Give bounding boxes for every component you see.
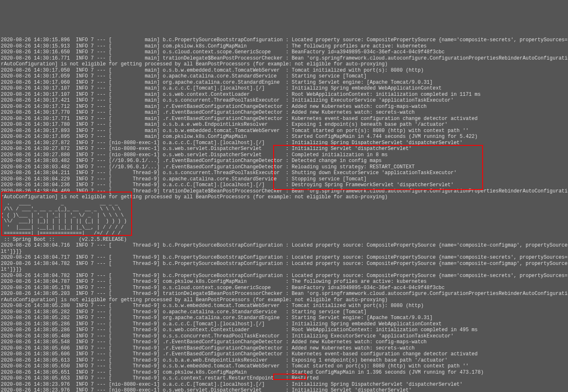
log-line: ( ( )\___ | '_ | '_| | '_ \/ _` | \ \ \ … [1,212,568,219]
log-line: 2020-08-26 14:38:05.282 INFO 7 --- [ Thr… [1,309,568,315]
log-line: 2020-08-26 14:38:05.408 INFO 7 --- [ Thr… [1,333,568,340]
log-line: 2020-08-26 14:30:17.060 INFO 7 --- [ mai… [1,80,568,86]
log-line: 2020-08-26 14:38:03.482 INFO 7 --- [//10… [1,164,568,170]
log-lines: 2020-08-26 14:30:15.896 INFO 7 --- [ mai… [1,37,567,392]
log-line: 2020-08-26 14:38:04.229 INFO 7 --- [ Thr… [1,176,568,182]
log-line: 2020-08-26 14:30:17.107 INFO 7 --- [ mai… [1,92,568,98]
log-line: 2020-08-26 14:38:05.653 INFO 7 --- [ Thr… [1,375,568,382]
log-line: 2020-08-26 14:38:04.469 INFO 7 --- [ Thr… [1,188,568,195]
log-line: /\\ / ___'_ __ _ _(_)_ __ __ _ \ \ \ \ [1,206,568,212]
log-line: \\/ ___)| |_)| | | | | || (_| | ) ) ) ) [1,218,568,225]
log-line: 2020-08-26 14:38:04.787 INFO 7 --- [ Thr… [1,279,568,285]
log-line: 2020-08-26 14:38:05.280 INFO 7 --- [ Thr… [1,303,568,309]
log-line: =========|_|==============|___/=/_/_/_/ [1,230,568,237]
log-line: lt']}]} [1,267,568,273]
log-line: 2020-08-26 14:30:17.770 INFO 7 --- [ mai… [1,110,568,116]
log-line: 2020-08-26 14:30:27.872 INFO 7 --- [nio-… [1,146,568,152]
log-line: 2020-08-26 14:30:17.895 INFO 7 --- [ mai… [1,134,568,140]
log-line: 2020-08-26 14:30:15.913 INFO 7 --- [ mai… [1,43,568,50]
log-line: 2020-08-26 14:38:03.482 INFO 7 --- [//10… [1,158,568,164]
log-line: 2020-08-26 14:30:17.712 INFO 7 --- [ mai… [1,104,568,110]
log-line: :: Spring Boot :: (v2.2.5.RELEASE) [1,237,568,243]
log-line: 2020-08-26 14:38:05.286 INFO 7 --- [ Thr… [1,321,568,327]
log-line: rAutoConfiguration] is not eligible for … [1,61,568,67]
log-line: 2020-08-26 14:38:05.203 INFO 7 --- [ Thr… [1,291,568,297]
log-line: rAutoConfiguration] is not eligible for … [1,194,568,200]
log-line: 2020-08-26 14:38:23.976 INFO 7 --- [nio-… [1,382,568,388]
log-line: 2020-08-26 14:38:05.650 INFO 7 --- [ Thr… [1,363,568,370]
log-line: 2020-08-26 14:30:17.893 INFO 7 --- [ mai… [1,128,568,134]
log-line: 2020-08-26 14:38:04.717 INFO 7 --- [ Thr… [1,255,568,261]
log-line: 2020-08-26 14:38:05.548 INFO 7 --- [ Thr… [1,339,568,345]
log-line: 2020-08-26 14:30:17.050 INFO 7 --- [ mai… [1,67,568,74]
log-line: 2020-08-26 14:38:05.282 INFO 7 --- [ Thr… [1,315,568,321]
log-line: 2020-08-26 14:30:17.421 INFO 7 --- [ mai… [1,97,568,104]
log-line: 2020-08-26 14:38:05.606 INFO 7 --- [ Thr… [1,351,568,357]
log-line: rAutoConfiguration] is not eligible for … [1,297,568,303]
log-line: 2020-08-26 14:30:17.780 INFO 7 --- [ mai… [1,122,568,128]
log-line: 2020-08-26 14:30:17.107 INFO 7 --- [ mai… [1,85,568,92]
log-output: 2020-08-26 14:30:15.896 INFO 7 --- [ mai… [0,24,568,392]
log-line: 2020-08-26 14:38:04.236 INFO 7 --- [ Thr… [1,182,568,188]
log-line: 2020-08-26 14:30:27.880 INFO 7 --- [nio-… [1,152,568,158]
log-line: 2020-08-26 14:38:04.782 INFO 7 --- [ Thr… [1,261,568,267]
log-line: 2020-08-26 14:30:17.771 INFO 7 --- [ mai… [1,116,568,122]
log-line: 2020-08-26 14:38:04.716 INFO 7 --- [ Thr… [1,242,568,249]
log-line: 2020-08-26 14:30:17.059 INFO 7 --- [ mai… [1,73,568,80]
log-line: lt']}]} [1,249,568,255]
log-line: 2020-08-26 14:38:05.613 INFO 7 --- [ Thr… [1,357,568,364]
log-line: . ____ _ __ _ _ [1,200,568,207]
log-line: ' |____| .__|_| |_|_| |_\__, | / / / / [1,225,568,231]
log-line: 2020-08-26 14:30:15.896 INFO 7 --- [ mai… [1,37,568,43]
log-line: 2020-08-26 14:38:05.651 INFO 7 --- [ Thr… [1,370,568,376]
log-line: 2020-08-26 14:38:05.606 INFO 7 --- [ Thr… [1,345,568,352]
log-line: 2020-08-26 14:38:23.976 INFO 7 --- [nio-… [1,387,568,392]
log-line: 2020-08-26 14:30:16.650 INFO 7 --- [ mai… [1,49,568,55]
log-line: 2020-08-26 14:30:16.771 INFO 7 --- [ mai… [1,55,568,62]
log-line: 2020-08-26 14:38:04.782 INFO 7 --- [ Thr… [1,273,568,279]
log-line: 2020-08-26 14:38:05.178 INFO 7 --- [ Thr… [1,285,568,291]
log-line: 2020-08-26 14:38:04.211 INFO 7 --- [ Thr… [1,170,568,176]
log-line: 2020-08-26 14:38:05.286 INFO 7 --- [ Thr… [1,327,568,333]
log-line: 2020-08-26 14:30:27.872 INFO 7 --- [nio-… [1,140,568,146]
